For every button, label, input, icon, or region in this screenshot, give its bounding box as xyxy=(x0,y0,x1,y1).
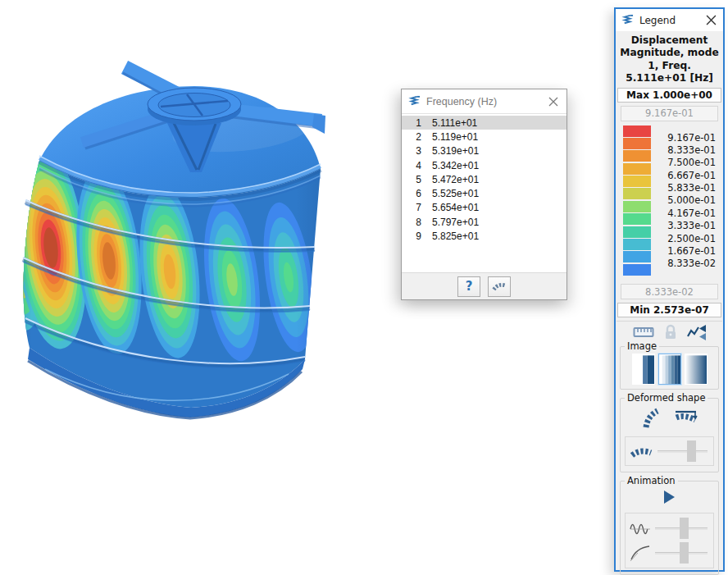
color-scale-row: 9.167e-01 xyxy=(616,125,723,138)
color-swatch xyxy=(623,163,651,175)
ramp-curve-icon xyxy=(630,543,651,563)
deformed-autoscale-icon xyxy=(674,408,698,429)
animation-group-label: Animation xyxy=(625,475,678,486)
limits-button[interactable] xyxy=(687,324,707,340)
legend-panel: Legend Displacement Magnitude, mode 1, F… xyxy=(614,7,725,572)
band-fine-icon xyxy=(659,354,680,385)
help-button[interactable]: ? xyxy=(457,276,480,297)
lock-icon xyxy=(663,324,678,340)
play-button[interactable] xyxy=(664,491,675,504)
result-title: Displacement Magnitude, mode 1, Freq. 5.… xyxy=(616,31,723,87)
color-swatch xyxy=(623,125,651,137)
color-swatch xyxy=(623,150,651,162)
band-smooth-button[interactable] xyxy=(685,354,708,385)
deform-scale-slider[interactable] xyxy=(656,440,709,463)
band-fine-button[interactable] xyxy=(658,354,681,385)
frequency-dialog-footer: ? xyxy=(402,272,566,299)
model-viewport[interactable] xyxy=(0,0,410,427)
min-value-box: Min 2.573e-07 xyxy=(617,303,721,317)
frequency-row[interactable]: 65.525e+01 xyxy=(402,186,566,200)
scale-tools-row xyxy=(616,324,723,340)
color-swatch xyxy=(623,176,651,187)
deformed-shape-button[interactable] xyxy=(641,408,661,429)
color-swatch xyxy=(623,251,651,262)
color-scale-row: 4.167e-01 xyxy=(616,201,723,213)
frequency-dialog: Frequency (Hz) 15.111e+0125.119e+0135.31… xyxy=(401,89,567,300)
animation-speed-slider[interactable] xyxy=(653,517,709,540)
color-swatch xyxy=(623,226,651,238)
color-scale-row xyxy=(616,264,723,276)
lower-bound-field[interactable]: 8.333e-02 xyxy=(621,284,718,299)
close-icon[interactable] xyxy=(704,14,717,27)
frequency-row[interactable]: 25.119e+01 xyxy=(402,130,566,144)
frequency-row[interactable]: 95.825e+01 xyxy=(402,229,566,243)
band-smooth-icon xyxy=(685,354,707,385)
sine-wave-icon xyxy=(630,518,651,539)
lock-scale-button[interactable] xyxy=(663,324,678,340)
frequency-row[interactable]: 85.797e+01 xyxy=(402,215,566,229)
show-mode-shape-button[interactable] xyxy=(488,276,511,297)
color-scale-row: 5.000e-01 xyxy=(616,188,723,200)
color-swatch xyxy=(623,201,651,212)
play-icon xyxy=(664,491,675,504)
color-scale-row: 3.333e-01 xyxy=(616,213,723,226)
color-swatch xyxy=(623,138,651,149)
frequency-row[interactable]: 45.342e+01 xyxy=(402,158,566,172)
ruler-icon xyxy=(633,326,654,339)
animation-amplitude-slider[interactable] xyxy=(653,541,709,564)
frequency-dialog-titlebar: Frequency (Hz) xyxy=(402,89,566,114)
color-scale-row: 2.500e-01 xyxy=(616,226,723,239)
frequency-row[interactable]: 75.654e+01 xyxy=(402,201,566,215)
separator xyxy=(617,321,722,322)
color-scale-row: 6.667e-01 xyxy=(616,163,723,176)
color-scale-row: 8.333e-01 xyxy=(616,138,723,150)
legend-titlebar: Legend xyxy=(616,9,723,31)
frequency-row[interactable]: 15.111e+01 xyxy=(402,116,566,130)
tank-lid xyxy=(148,88,241,125)
band-coarse-icon xyxy=(633,354,654,385)
color-scale-row: 7.500e-01 xyxy=(616,150,723,162)
frequency-dialog-title: Frequency (Hz) xyxy=(426,96,547,107)
band-coarse-button[interactable] xyxy=(632,354,655,385)
measure-scale-button[interactable] xyxy=(633,326,654,339)
limits-icon xyxy=(687,324,707,340)
color-scale: 9.167e-018.333e-017.500e-016.667e-015.83… xyxy=(616,125,723,277)
frequency-row[interactable]: 35.319e+01 xyxy=(402,144,566,158)
frequency-list[interactable]: 15.111e+0125.119e+0135.319e+0145.342e+01… xyxy=(402,114,566,272)
max-value-box: Max 1.000e+00 xyxy=(617,88,721,103)
color-swatch xyxy=(623,188,651,199)
animation-group: Animation xyxy=(620,481,719,575)
deformed-shape-icon xyxy=(492,280,507,293)
color-scale-row: 5.833e-01 xyxy=(616,176,723,188)
deformed-shape-group: Deformed shape xyxy=(620,398,719,472)
color-scale-row: 8.333e-02 xyxy=(616,251,723,263)
deformed-shape-label: Deformed shape xyxy=(625,392,708,404)
deformed-scale-icon xyxy=(630,442,653,460)
app-coil-icon xyxy=(621,14,634,26)
color-swatch xyxy=(623,239,651,250)
help-icon: ? xyxy=(466,279,473,294)
legend-title: Legend xyxy=(639,15,704,26)
app-coil-icon xyxy=(408,95,421,107)
image-group: Image xyxy=(620,346,719,390)
color-scale-row: 1.667e-01 xyxy=(616,239,723,251)
color-swatch xyxy=(623,264,651,276)
deformed-shape-icon xyxy=(641,408,661,429)
close-icon[interactable] xyxy=(547,95,560,108)
animation-settings-panel xyxy=(625,513,714,568)
image-group-label: Image xyxy=(625,340,659,352)
color-swatch xyxy=(623,213,651,225)
frequency-row[interactable]: 55.472e+01 xyxy=(402,172,566,186)
application-window: Frequency (Hz) 15.111e+0125.119e+0135.31… xyxy=(0,0,728,575)
upper-bound-field[interactable]: 9.167e-01 xyxy=(621,106,718,121)
deform-scale-panel xyxy=(625,436,714,466)
deformed-autoscale-button[interactable] xyxy=(674,408,698,429)
